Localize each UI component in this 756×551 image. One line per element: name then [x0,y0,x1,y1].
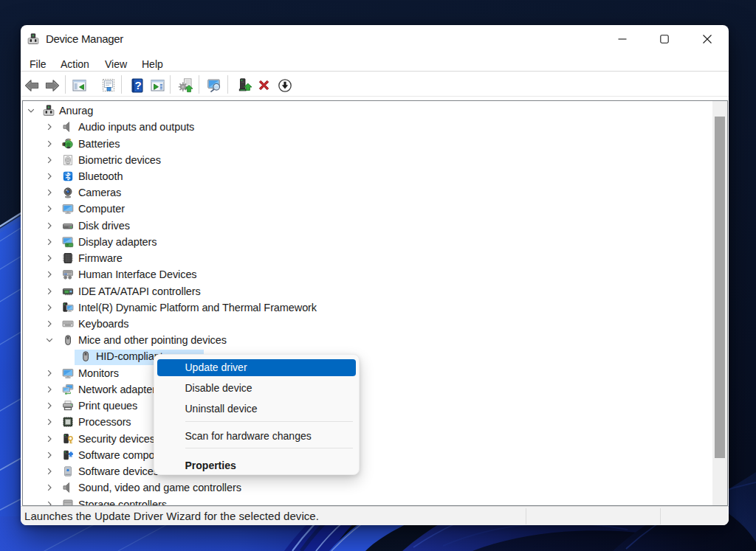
svg-text:?: ? [134,78,141,91]
